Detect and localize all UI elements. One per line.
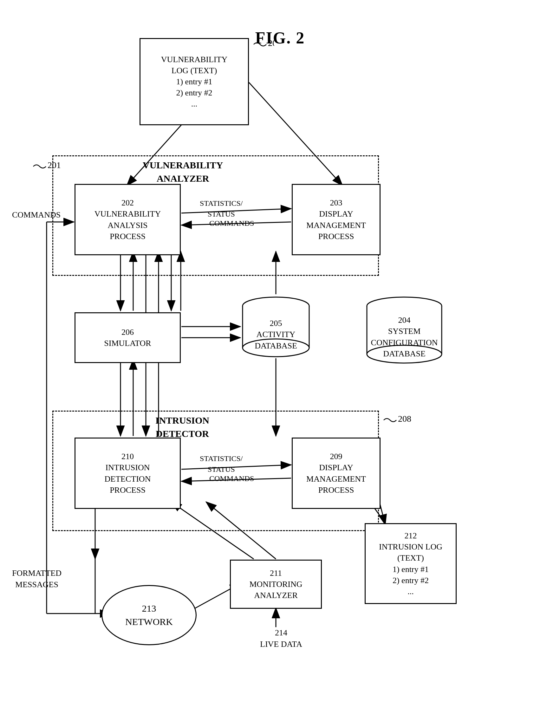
activity-db-label: 205ACTIVITYDATABASE [255,319,297,350]
page-title: FIG. 2 [0,10,560,60]
commands-bottom-label: COMMANDS [209,473,254,484]
svg-text:207: 207 [268,40,274,48]
diagram: FIG. 2 [0,0,560,691]
vuln-analysis-label: 202VULNERABILITYANALYSISPROCESS [94,197,161,242]
commands-top-label: COMMANDS [209,218,254,229]
system-config-db-label: 204SYSTEMCONFIGURATIONDATABASE [371,315,438,358]
intrusion-detection-label: 210INTRUSIONDETECTIONPROCESS [105,451,151,495]
simulator-label: 206SIMULATOR [104,327,151,349]
intrusion-detection-box: 210INTRUSIONDETECTIONPROCESS [75,438,181,509]
vuln-analysis-box: 202VULNERABILITYANALYSISPROCESS [75,184,181,255]
intrusion-log-box: 212INTRUSION LOG(TEXT)1) entry #12) entr… [365,523,457,604]
display-mgmt-209-box: 209DISPLAYMANAGEMENTPROCESS [292,438,381,509]
display-mgmt-203-label: 203DISPLAYMANAGEMENTPROCESS [306,197,366,242]
ref-208: 208 [382,415,414,427]
live-data-label: 214LIVE DATA [260,627,302,650]
intrusion-log-label: 212INTRUSION LOG(TEXT)1) entry #12) entr… [379,530,442,597]
display-mgmt-209-label: 209DISPLAYMANAGEMENTPROCESS [306,451,366,495]
network-label: 213NETWORK [125,602,173,628]
stats-status-bottom-label: STATISTICS/STATUS [200,453,243,475]
svg-text:201: 201 [48,162,61,170]
ref-201: 201 [32,162,63,173]
commands-left-label: COMMANDS [12,209,61,221]
vuln-analyzer-title: VULNERABILITYANALYZER [143,159,223,185]
system-config-db-cylinder: 204SYSTEMCONFIGURATIONDATABASE [365,295,444,365]
display-mgmt-203-box: 203DISPLAYMANAGEMENTPROCESS [292,184,381,255]
formatted-messages-label: FORMATTEDMESSAGES [12,568,62,591]
ref-207: 207 [252,40,274,51]
simulator-box: 206SIMULATOR [75,312,181,363]
monitoring-analyzer-box: 211MONITORINGANALYZER [230,560,322,609]
stats-status-top-label: STATISTICS/STATUS [200,198,243,219]
activity-db-cylinder: 205ACTIVITYDATABASE [241,295,311,358]
intrusion-detector-title: INTRUSIONDETECTOR [155,414,209,440]
monitoring-analyzer-label: 211MONITORINGANALYZER [249,568,302,601]
vulnerability-log-label: VULNERABILITYLOG (TEXT)1) entry #12) ent… [161,54,227,109]
vulnerability-log-box: VULNERABILITYLOG (TEXT)1) entry #12) ent… [140,38,249,125]
svg-text:208: 208 [398,415,411,424]
network-ellipse: 213NETWORK [101,585,197,645]
